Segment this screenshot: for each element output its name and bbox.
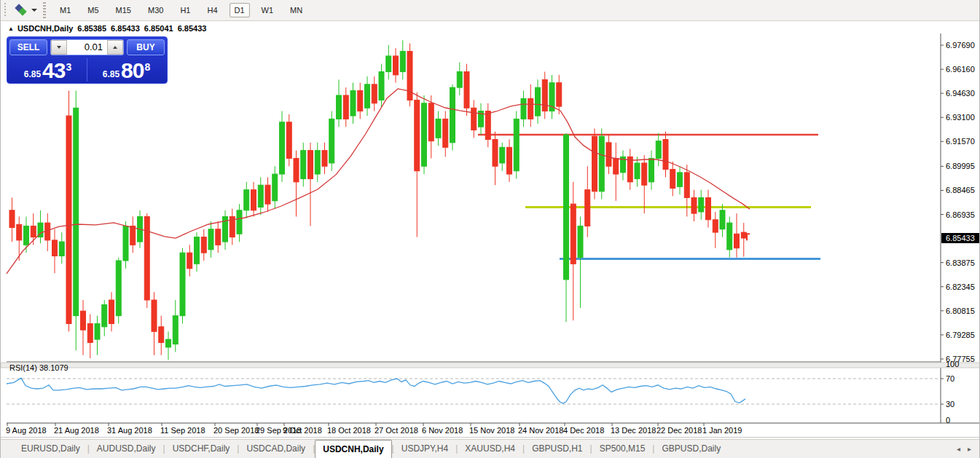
buy-button[interactable]: BUY: [127, 39, 165, 55]
price-axis-label: 6.93100: [946, 113, 975, 122]
chart-tab-usdcad[interactable]: USDCAD,Daily: [239, 440, 313, 458]
chart-tab-sp500[interactable]: SP500,M15: [592, 440, 653, 458]
price-axis-label: 6.83875: [946, 258, 975, 267]
chart-objects-dropdown-button[interactable]: [13, 1, 40, 19]
candle-body: [578, 226, 583, 257]
candle-body: [571, 204, 576, 264]
candle-body: [642, 163, 647, 185]
time-axis-label: 4 Dec 2018: [563, 426, 604, 435]
candle-body: [365, 84, 370, 108]
timeframe-button-h1[interactable]: H1: [175, 3, 195, 17]
price-axis-label: 6.79285: [946, 331, 975, 339]
time-axis-label: 11 Sep 2018: [160, 426, 205, 435]
candle-body: [31, 226, 36, 237]
buy-price-point: 8: [144, 61, 150, 73]
tabbar-pad: [1, 440, 14, 458]
quote-open: 6.85385: [77, 24, 106, 33]
chart-tab-gbpusd[interactable]: GBPUSD,H1: [525, 440, 589, 458]
time-axis-label: 27 Oct 2018: [375, 426, 418, 435]
candle-body: [606, 143, 611, 166]
candle-body: [557, 83, 562, 106]
price-chart-canvas[interactable]: 6.976906.961606.946306.931006.915706.899…: [1, 22, 980, 438]
timeframe-button-w1[interactable]: W1: [256, 3, 279, 17]
candle-body: [471, 108, 477, 130]
volume-increase-button[interactable]: [107, 40, 123, 55]
candle-body: [350, 90, 356, 116]
one-click-trading-panel: SELL 0.01 BUY 6.85 43 3 6.85 80 8: [7, 36, 168, 84]
quote-high: 6.85433: [111, 24, 140, 33]
chart-window: 6.976906.961606.946306.931006.915706.899…: [1, 22, 980, 438]
candle-body: [627, 157, 632, 182]
candle-body: [542, 79, 547, 111]
timeframe-button-m5[interactable]: M5: [82, 3, 103, 17]
collapse-triangle-icon[interactable]: ▲: [8, 25, 14, 32]
tab-scroll-arrows: ◂ ▸: [953, 440, 980, 458]
candle-body: [201, 237, 206, 253]
toolbar-grip-handle[interactable]: [4, 3, 7, 17]
sell-button[interactable]: SELL: [9, 39, 47, 55]
candle-body: [507, 147, 512, 174]
rsi-axis-label: 70: [946, 374, 954, 383]
candle-body: [95, 323, 100, 339]
candle-body: [102, 305, 107, 327]
candle-body: [187, 253, 192, 269]
price-axis-label: 6.97690: [946, 41, 975, 50]
volume-decrease-button[interactable]: [51, 40, 67, 55]
chart-tab-xauusd[interactable]: XAUUSD,H4: [458, 440, 522, 458]
price-axis-label: 6.88465: [946, 186, 975, 194]
timeframe-button-m30[interactable]: M30: [143, 3, 168, 17]
sell-price[interactable]: 6.85 43 3: [9, 57, 86, 83]
candle-body: [684, 173, 689, 198]
timeframe-button-h4[interactable]: H4: [202, 3, 222, 17]
candle-body: [280, 122, 285, 174]
time-axis-label: 1 Jan 2019: [702, 426, 742, 435]
volume-input[interactable]: 0.01: [67, 40, 107, 55]
candle-body: [52, 240, 58, 256]
candle-body: [564, 135, 569, 280]
time-axis-label: 13 Dec 2018: [611, 426, 656, 435]
candle-body: [237, 210, 242, 234]
candle-body: [273, 174, 278, 201]
chart-tab-usdchf[interactable]: USDCHF,Daily: [165, 440, 238, 458]
time-axis-label: 31 Aug 2018: [107, 426, 152, 435]
chart-tab-audusd[interactable]: AUDUSD,Daily: [90, 440, 163, 458]
chart-tab-usdjpy[interactable]: USDJPY,H4: [394, 440, 455, 458]
time-axis-label: 20 Sep 2018: [213, 426, 259, 435]
toolbar-grip-handle[interactable]: [43, 2, 46, 18]
candle-body: [699, 197, 704, 211]
tab-scroll-left-icon[interactable]: ◂: [953, 445, 964, 453]
candle-body: [208, 229, 213, 250]
candle-body: [315, 151, 320, 174]
timeframe-button-m15[interactable]: M15: [111, 3, 136, 17]
candle-body: [528, 98, 533, 119]
buy-price-pips: 80: [121, 60, 144, 82]
candle-body: [436, 119, 441, 138]
candle-body: [59, 242, 64, 256]
candle-body: [635, 163, 640, 179]
timeframe-button-group: M1M5M15M30H1H4D1W1MN: [55, 3, 314, 17]
candle-body: [244, 190, 249, 210]
candle-body: [536, 87, 541, 116]
candle-body: [294, 158, 299, 181]
candle-body: [514, 119, 519, 170]
chart-tab-gbpusd[interactable]: GBPUSD,Daily: [654, 440, 728, 458]
chart-tab-usdcnh[interactable]: USDCNH,Daily: [315, 440, 391, 458]
panel-splitter[interactable]: [1, 363, 980, 368]
timeframe-button-m1[interactable]: M1: [55, 3, 76, 17]
candle-body: [706, 197, 711, 219]
timeframe-button-d1[interactable]: D1: [230, 3, 250, 17]
chart-tab-eurusd[interactable]: EURUSD,Daily: [14, 440, 87, 458]
candle-body: [400, 51, 405, 71]
candle-body: [66, 116, 71, 323]
time-axis-label: 21 Aug 2018: [54, 426, 99, 435]
candle-body: [159, 327, 164, 343]
tab-scroll-right-icon[interactable]: ▸: [964, 445, 975, 453]
candle-body: [265, 185, 270, 204]
buy-price[interactable]: 6.85 80 8: [88, 57, 165, 83]
timeframe-button-mn[interactable]: MN: [285, 3, 307, 17]
time-axis-label: 9 Aug 2018: [6, 426, 47, 435]
candle-body: [656, 141, 661, 159]
candle-body: [144, 216, 149, 300]
moving-average-line: [7, 89, 750, 274]
candle-body: [180, 253, 185, 315]
